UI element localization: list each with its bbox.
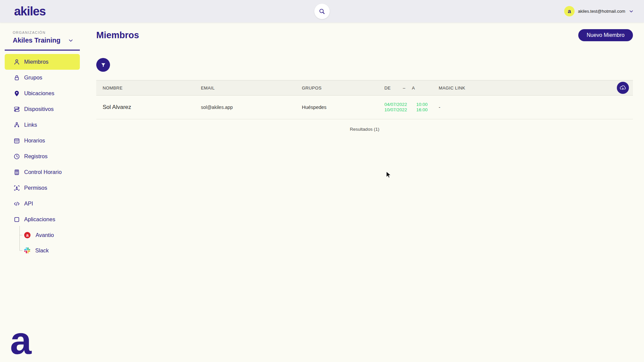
sidebar-item-label: Control Horario: [24, 169, 62, 175]
org-selector[interactable]: ORGANIZACIÓN Akiles Training: [0, 31, 80, 44]
header-grupos[interactable]: GRUPOS: [302, 85, 384, 90]
sidebar-divider: [5, 50, 80, 51]
sidebar-item-grupos[interactable]: Grupos: [5, 70, 80, 85]
sidebar-item-aplicaciones[interactable]: Aplicaciones: [5, 212, 80, 227]
person-icon: [13, 59, 20, 65]
sidebar-item-control-horario[interactable]: Control Horario: [5, 164, 80, 180]
sidebar-item-label: Avantio: [36, 232, 54, 238]
member-name: Sol Alvarez: [96, 104, 201, 111]
header-nombre[interactable]: NOMBRE: [96, 85, 201, 90]
sidebar-item-ubicaciones[interactable]: Ubicaciones: [5, 85, 80, 101]
sitemap-icon: [13, 122, 20, 128]
toggles-icon: [13, 106, 20, 113]
sidebar-item-label: Miembros: [24, 59, 48, 65]
sidebar-item-label: Slack: [35, 247, 49, 254]
sidebar-item-label: Permisos: [24, 185, 47, 191]
sidebar-item-label: Dispositivos: [24, 106, 54, 112]
sidebar-item-links[interactable]: Links: [5, 117, 80, 133]
page-title: Miembros: [96, 30, 139, 41]
sidebar-item-label: Ubicaciones: [24, 90, 54, 97]
calendar-icon: [13, 137, 20, 144]
akiles-mark-logo: a: [10, 325, 31, 356]
akiles-logo: akiles: [14, 4, 46, 18]
member-email: sol@akiles.app: [201, 105, 302, 110]
export-button[interactable]: [617, 82, 629, 94]
from-time: 10:00: [416, 102, 428, 107]
members-table: NOMBRE EMAIL GRUPOS DE – A MAGIC LINK: [96, 80, 633, 132]
sidebar-item-label: API: [24, 200, 33, 207]
filter-icon: [100, 62, 106, 68]
topbar: akiles a akiles.test@hotmail.com: [0, 0, 644, 22]
to-time: 16:00: [416, 107, 428, 113]
person-frame-icon: [13, 185, 20, 191]
from-date: 04/07/2022: [384, 102, 416, 107]
header-a[interactable]: A: [412, 85, 439, 90]
new-member-button[interactable]: Nuevo Miembro: [578, 29, 633, 41]
header-range-dash: –: [403, 85, 412, 90]
slack-icon: [24, 247, 30, 253]
member-magic-link: -: [439, 105, 633, 110]
sidebar-item-horarios[interactable]: Horarios: [5, 133, 80, 148]
map-pin-icon: [13, 90, 20, 97]
clock-icon: [13, 153, 20, 160]
code-icon: [13, 200, 20, 207]
sidebar-item-label: Aplicaciones: [24, 216, 55, 223]
sidebar-item-permisos[interactable]: Permisos: [5, 180, 80, 196]
header-magic-link[interactable]: MAGIC LINK: [439, 85, 613, 90]
sidebar-item-avantio[interactable]: a Avantio: [0, 227, 80, 243]
sidebar-item-label: Links: [24, 122, 37, 128]
square-icon: [13, 216, 20, 223]
applications-tree: a Avantio Slack: [0, 227, 80, 258]
cloud-download-icon: [619, 84, 627, 92]
sidebar-item-slack[interactable]: Slack: [0, 243, 80, 258]
header-email[interactable]: EMAIL: [201, 85, 302, 90]
results-count: Resultados (1): [96, 127, 633, 132]
avantio-icon: a: [24, 232, 31, 238]
sidebar: ORGANIZACIÓN Akiles Training Miembros: [0, 22, 80, 362]
member-date-range: 04/07/2022 10:00 10/07/2022 16:00: [384, 102, 439, 113]
org-name: Akiles Training: [13, 37, 60, 44]
calculator-icon: [13, 169, 20, 176]
sidebar-item-label: Horarios: [24, 137, 45, 144]
table-header-row: NOMBRE EMAIL GRUPOS DE – A MAGIC LINK: [96, 80, 633, 96]
avatar: a: [564, 6, 575, 16]
sidebar-item-miembros[interactable]: Miembros: [5, 54, 80, 70]
table-row[interactable]: Sol Alvarez sol@akiles.app Huéspedes 04/…: [96, 96, 633, 119]
main-content: Miembros Nuevo Miembro NOMBRE EMAIL GRUP…: [80, 22, 644, 362]
header-de[interactable]: DE: [384, 85, 403, 90]
sidebar-item-registros[interactable]: Registros: [5, 148, 80, 164]
sidebar-item-label: Grupos: [24, 74, 42, 81]
lock-icon: [13, 74, 20, 81]
account-menu[interactable]: a akiles.test@hotmail.com: [564, 6, 634, 16]
chevron-down-icon: [68, 38, 74, 44]
chevron-down-icon: [629, 9, 634, 14]
account-email: akiles.test@hotmail.com: [578, 9, 625, 14]
sidebar-item-label: Registros: [24, 153, 48, 160]
search-button[interactable]: [314, 4, 330, 19]
to-date: 10/07/2022: [384, 107, 416, 113]
sidebar-item-dispositivos[interactable]: Dispositivos: [5, 101, 80, 117]
sidebar-item-api[interactable]: API: [5, 196, 80, 212]
filter-button[interactable]: [96, 58, 110, 72]
search-icon: [318, 8, 326, 15]
member-groups: Huéspedes: [302, 105, 384, 110]
org-label: ORGANIZACIÓN: [13, 31, 74, 35]
